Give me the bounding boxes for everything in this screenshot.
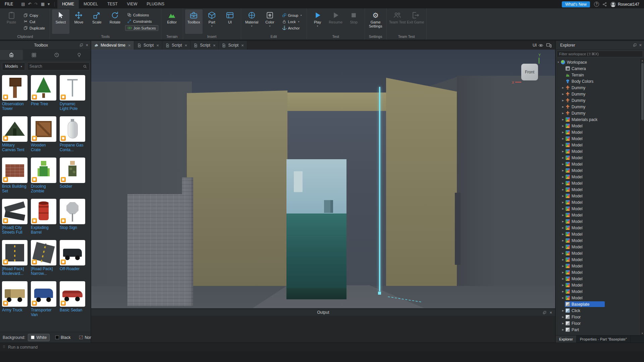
expander-icon[interactable]: ▶ xyxy=(561,163,565,166)
game-settings-button[interactable]: ⚙ Game Settings xyxy=(367,9,384,34)
explorer-tree-row[interactable]: ▶ Model xyxy=(556,282,640,288)
explorer-panel-header[interactable]: Explorer × xyxy=(556,41,644,50)
explorer-tree-row[interactable]: ▶ Model xyxy=(556,237,640,244)
toolbox-item-thumbnail[interactable] xyxy=(60,199,85,224)
doc-tab-script-1[interactable]: Script × xyxy=(134,41,162,50)
chevron-down-icon[interactable]: ▾ xyxy=(269,25,271,27)
toolbox-item[interactable]: Drooling Zombie xyxy=(31,158,56,194)
explorer-tree-row[interactable]: Terrain xyxy=(556,72,640,78)
duplicate-button[interactable]: Duplicate xyxy=(21,25,47,31)
scroll-up-icon[interactable]: ▲ xyxy=(641,58,644,62)
close-icon[interactable]: × xyxy=(549,310,552,315)
toolbox-item-thumbnail[interactable] xyxy=(2,199,28,224)
explorer-tree-row[interactable]: ▶ Model xyxy=(556,263,640,269)
toolbox-item[interactable]: Army Truck xyxy=(2,281,28,318)
expander-icon[interactable]: ▶ xyxy=(561,233,565,236)
expander-icon[interactable]: ▶ xyxy=(561,297,565,299)
explorer-scrollbar[interactable]: ▲▼ xyxy=(640,58,644,335)
toolbox-item[interactable]: Observation Tower xyxy=(2,75,28,112)
explorer-tree-row[interactable]: ▶ Model xyxy=(556,142,640,148)
expander-icon[interactable]: ▶ xyxy=(561,169,565,172)
explorer-tree-row[interactable]: ▶ Dummy xyxy=(556,104,640,110)
new-file-icon[interactable]: ▤ xyxy=(21,0,25,8)
toolbox-tab-creations[interactable] xyxy=(68,50,91,60)
expander-icon[interactable]: ▶ xyxy=(561,125,565,127)
whats-new-button[interactable]: What's New xyxy=(562,1,590,7)
scale-tool-button[interactable]: Scale xyxy=(88,9,106,34)
expander-icon[interactable]: ▶ xyxy=(561,246,565,248)
expander-icon[interactable]: ▼ xyxy=(556,61,560,63)
expander-icon[interactable]: ▶ xyxy=(561,106,565,108)
toolbox-item-thumbnail[interactable] xyxy=(31,240,56,265)
chevron-down-icon[interactable]: ▾ xyxy=(301,14,302,17)
explorer-tree-row[interactable]: ▶ Model xyxy=(556,205,640,212)
background-black-button[interactable]: Black xyxy=(52,334,73,341)
explorer-tree-row[interactable]: ▶ Model xyxy=(556,135,640,142)
drag-handle-icon[interactable]: ⠿ xyxy=(3,345,5,349)
float-panel-icon[interactable] xyxy=(543,311,546,314)
toolbox-button[interactable]: Toolbox xyxy=(185,9,203,34)
constraints-toggle[interactable]: Constraints xyxy=(125,19,158,24)
bottom-tab-properties[interactable]: Properties - Part "Baseplate" xyxy=(577,336,631,343)
team-test-button[interactable]: Team Test xyxy=(389,9,406,34)
file-menu-button[interactable]: FILE xyxy=(0,0,18,8)
explorer-tree-row[interactable]: ▶ Model xyxy=(556,174,640,180)
float-panel-icon[interactable] xyxy=(79,43,83,47)
screenshot-icon[interactable]: ▦ xyxy=(41,0,45,8)
expander-icon[interactable]: ▶ xyxy=(561,322,565,325)
filter-workspace-input[interactable] xyxy=(557,51,643,57)
explorer-tree-row[interactable]: ▶ Dummy xyxy=(556,110,640,116)
output-panel-body[interactable] xyxy=(91,316,555,343)
search-box[interactable] xyxy=(27,62,90,70)
explorer-tree-row[interactable]: ▶ Click xyxy=(556,307,640,314)
background-white-button[interactable]: White xyxy=(28,334,50,341)
chevron-down-icon[interactable]: ▾ xyxy=(317,25,318,27)
collisions-toggle[interactable]: Collisions xyxy=(125,12,158,17)
terrain-editor-button[interactable]: Editor xyxy=(163,9,181,34)
expander-icon[interactable]: ▶ xyxy=(561,93,565,96)
toolbox-item-thumbnail[interactable] xyxy=(60,116,85,142)
explorer-tree-row[interactable]: ▶ Model xyxy=(556,123,640,129)
ui-button[interactable]: UI xyxy=(221,9,239,34)
toolbox-item-thumbnail[interactable] xyxy=(2,158,28,183)
explorer-tree-row[interactable]: ▶ Model xyxy=(556,295,640,301)
copy-button[interactable]: Copy xyxy=(21,13,47,18)
view-cube-front-face[interactable]: Front xyxy=(521,64,538,80)
explorer-tree-row[interactable]: ▶ Materials pack xyxy=(556,116,640,123)
search-input[interactable] xyxy=(30,64,82,69)
close-icon[interactable]: × xyxy=(86,43,88,47)
move-tool-button[interactable]: Move xyxy=(70,9,88,34)
toolbox-item[interactable]: Brick Building Set xyxy=(2,158,28,194)
share-icon[interactable] xyxy=(602,2,607,7)
expander-icon[interactable]: ▶ xyxy=(561,195,565,197)
doc-tab-script-4[interactable]: Script × xyxy=(219,41,247,50)
expander-icon[interactable]: ▶ xyxy=(561,214,565,217)
resume-button[interactable]: Resume xyxy=(327,9,344,34)
expander-icon[interactable]: ▶ xyxy=(561,252,565,255)
expander-icon[interactable]: ▶ xyxy=(561,112,565,115)
join-surfaces-toggle[interactable]: Join Surfaces xyxy=(125,25,158,31)
expander-icon[interactable]: ▶ xyxy=(561,157,565,159)
toolbox-item[interactable]: Transporter Van xyxy=(31,281,56,318)
selection-highlight-line[interactable] xyxy=(379,87,380,291)
toolbox-item-thumbnail[interactable] xyxy=(60,75,85,101)
ui-visibility-toggle[interactable]: UI xyxy=(530,41,546,50)
play-button[interactable]: Play ▾ xyxy=(309,9,326,34)
explorer-tree-row[interactable]: ▶ Model xyxy=(556,186,640,193)
explorer-tree-row[interactable]: ▶ Model xyxy=(556,199,640,205)
close-icon[interactable]: × xyxy=(185,43,187,48)
toolbox-item[interactable]: Exploding Barrel xyxy=(31,199,56,235)
toolbox-item-thumbnail[interactable] xyxy=(60,240,85,265)
toolbox-item-thumbnail[interactable] xyxy=(31,199,56,224)
explorer-tree-row[interactable]: ▶ Model xyxy=(556,161,640,167)
menu-tab-plugins[interactable]: PLUGINS xyxy=(142,0,169,8)
category-dropdown[interactable]: Models ▾ xyxy=(2,62,25,70)
expander-icon[interactable]: ▶ xyxy=(561,316,565,318)
expander-icon[interactable]: ▶ xyxy=(561,144,565,146)
explorer-tree-row[interactable]: ▶ Model xyxy=(556,256,640,263)
explorer-tree-row[interactable]: ▶ Model xyxy=(556,269,640,276)
explorer-tree-row[interactable]: ▶ Dummy xyxy=(556,91,640,97)
toolbox-tab-recent[interactable] xyxy=(45,50,68,60)
toolbox-item[interactable]: Dynamic Light Pole xyxy=(60,75,85,112)
explorer-tree-row[interactable]: ▶ Model xyxy=(556,250,640,256)
